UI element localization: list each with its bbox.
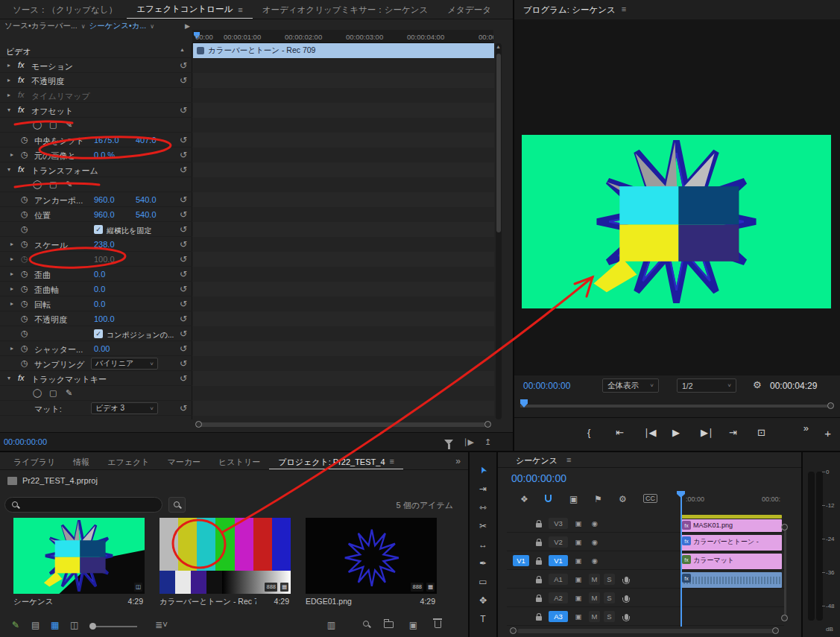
reset-icon[interactable]: ↺ bbox=[180, 165, 187, 175]
find-button[interactable] bbox=[362, 620, 371, 631]
play-button[interactable]: ▶ bbox=[672, 427, 680, 438]
reset-icon[interactable]: ↺ bbox=[180, 403, 187, 413]
effect-name[interactable]: トランスフォーム bbox=[31, 165, 98, 177]
zoom-handle-left[interactable] bbox=[195, 421, 202, 428]
nest-icon[interactable]: ❖ bbox=[520, 494, 528, 504]
solo-button[interactable]: S bbox=[604, 574, 615, 585]
razor-tool[interactable]: ✂ bbox=[470, 519, 496, 533]
reset-icon[interactable]: ↺ bbox=[180, 254, 187, 264]
step-back-button[interactable]: ∣◀ bbox=[644, 427, 657, 438]
stopwatch-icon[interactable]: ◷ bbox=[21, 343, 28, 353]
ripple-edit-tool[interactable]: ⇿ bbox=[470, 500, 496, 515]
track-output-toggle[interactable]: ▣ bbox=[572, 536, 584, 548]
track-lock-icon[interactable] bbox=[534, 611, 544, 622]
voiceover-record-icon[interactable] bbox=[620, 592, 632, 603]
ec-sequence-tab[interactable]: シーケンス•カ... bbox=[89, 21, 147, 31]
property-value[interactable]: 0.0 % bbox=[94, 150, 115, 159]
project-tab[interactable]: プロジェクト: Pr22_TEST_4≡ bbox=[269, 452, 403, 469]
stopwatch-icon[interactable]: ◷ bbox=[21, 329, 28, 338]
partial-clip[interactable] bbox=[680, 515, 782, 519]
vscroll-handle-bottom[interactable] bbox=[781, 615, 788, 621]
hscroll-handle-left[interactable] bbox=[510, 627, 517, 634]
pen-tool[interactable]: ✒ bbox=[470, 556, 496, 571]
stopwatch-icon[interactable]: ◷ bbox=[21, 358, 28, 368]
automate-to-sequence-button[interactable]: ▥ bbox=[327, 620, 335, 630]
mask-tool-icon[interactable]: ◯ bbox=[33, 180, 42, 189]
property-dropdown[interactable]: バイリニア˅ bbox=[91, 358, 158, 370]
stopwatch-icon[interactable]: ◷ bbox=[21, 284, 28, 294]
delete-button[interactable] bbox=[435, 620, 441, 630]
property-value[interactable]: 960.0 bbox=[94, 195, 115, 204]
track-select-forward-tool[interactable]: ⇥ bbox=[470, 481, 496, 496]
mute-button[interactable]: M bbox=[589, 592, 600, 603]
zoom-level-select[interactable]: 全体表示 ˅ bbox=[602, 378, 659, 393]
track-output-toggle[interactable]: ▣ bbox=[572, 611, 584, 622]
mute-button[interactable]: M bbox=[589, 611, 600, 622]
solo-button[interactable]: S bbox=[604, 592, 615, 603]
zoom-slider[interactable] bbox=[92, 626, 137, 627]
collapse-arrow-icon[interactable]: ▲ bbox=[180, 47, 185, 52]
sync-lock-toggle[interactable]: ◉ bbox=[589, 518, 601, 529]
program-scrubber[interactable] bbox=[520, 405, 833, 408]
top-panel-tab[interactable]: ソース：（クリップなし） bbox=[3, 0, 127, 19]
timeline-vertical-scrollbar[interactable] bbox=[784, 527, 786, 616]
top-panel-tab[interactable]: メタデータ bbox=[438, 0, 501, 19]
captions-icon[interactable]: CC bbox=[643, 494, 657, 503]
track-name-a1[interactable]: A1 bbox=[549, 574, 568, 585]
reset-icon[interactable]: ↺ bbox=[180, 373, 187, 384]
mask-tool-icon[interactable]: ✎ bbox=[66, 120, 72, 130]
mark-in-button[interactable]: { bbox=[587, 427, 590, 438]
source-patch-v1[interactable]: V1 bbox=[513, 555, 529, 566]
reset-icon[interactable]: ↺ bbox=[180, 75, 187, 86]
stopwatch-icon[interactable]: ◷ bbox=[21, 299, 28, 308]
track-output-toggle[interactable]: ▣ bbox=[572, 555, 584, 566]
effect-name[interactable]: タイムリマップ bbox=[31, 91, 90, 102]
mask-tool-icon[interactable]: ◯ bbox=[33, 120, 42, 130]
mute-button[interactable]: M bbox=[589, 574, 600, 585]
go-to-in-button[interactable]: ⇤ bbox=[616, 427, 624, 438]
effect-controls-timeruler[interactable]: 00:0000:00:01:0000:00:02:0000:00:03:0000… bbox=[192, 30, 493, 43]
expander-icon[interactable]: ▸ bbox=[7, 77, 10, 83]
panel-menu-icon[interactable]: ≡ bbox=[622, 4, 626, 16]
sequence-tab[interactable]: シーケンス bbox=[516, 455, 558, 466]
reset-icon[interactable]: ↺ bbox=[180, 284, 187, 294]
panel-menu-icon[interactable]: ≡ bbox=[566, 455, 571, 464]
filter-properties-icon[interactable] bbox=[444, 437, 453, 446]
property-dropdown[interactable]: ビデオ 3˅ bbox=[91, 402, 158, 414]
panel-menu-icon[interactable]: ≡ bbox=[390, 457, 394, 466]
effect-name[interactable]: 不透明度 bbox=[31, 76, 64, 87]
more-buttons-icon[interactable]: » bbox=[803, 422, 809, 434]
audio-clip[interactable]: fx bbox=[680, 572, 782, 588]
top-panel-tab[interactable]: エフェクトコントロール≡ bbox=[127, 0, 253, 19]
property-value[interactable]: 100.0 bbox=[94, 314, 115, 323]
track-name-v1[interactable]: V1 bbox=[549, 555, 568, 566]
reset-icon[interactable]: ↺ bbox=[180, 329, 187, 339]
sort-button[interactable]: ≣˅ bbox=[155, 620, 168, 630]
play-video-icon[interactable]: ∣▶ bbox=[464, 437, 474, 447]
project-file-name[interactable]: Pr22_TEST_4.prproj bbox=[22, 476, 98, 485]
step-forward-button[interactable]: ▶∣ bbox=[701, 427, 713, 438]
reset-icon[interactable]: ↺ bbox=[180, 135, 187, 145]
expander-icon[interactable]: ▾ bbox=[7, 107, 10, 113]
track-lock-icon[interactable] bbox=[534, 574, 544, 585]
stopwatch-icon[interactable]: ◷ bbox=[21, 269, 28, 279]
ec-source-tab[interactable]: ソース•カラーバー... bbox=[4, 21, 78, 31]
mask-tool-icon[interactable]: ▢ bbox=[49, 388, 57, 398]
panel-menu-icon[interactable]: ≡ bbox=[238, 5, 242, 14]
effect-name[interactable]: トラックマットキー bbox=[31, 374, 107, 385]
timeline-ruler[interactable]: :00:0000:00: bbox=[680, 491, 792, 507]
voiceover-record-icon[interactable] bbox=[620, 611, 632, 622]
track-output-toggle[interactable]: ▣ bbox=[572, 592, 584, 603]
stopwatch-icon[interactable]: ◷ bbox=[21, 135, 28, 145]
property-value[interactable]: 407.0 bbox=[136, 136, 157, 145]
reset-icon[interactable]: ↺ bbox=[180, 299, 187, 309]
freeform-view-button[interactable]: ◫ bbox=[70, 620, 78, 630]
stopwatch-icon[interactable]: ◷ bbox=[21, 150, 28, 159]
track-lock-icon[interactable] bbox=[534, 518, 544, 529]
export-icon[interactable]: ↥ bbox=[484, 437, 491, 447]
timeline-settings-icon[interactable]: ⚙ bbox=[619, 494, 627, 504]
selected-clip-bar[interactable]: カラーバーとトーン - Rec 709 bbox=[193, 43, 494, 58]
property-value[interactable]: 0.00 bbox=[94, 344, 110, 353]
item-thumbnail[interactable]: ◫ bbox=[13, 518, 145, 594]
checkbox[interactable]: ✓ bbox=[94, 225, 103, 234]
